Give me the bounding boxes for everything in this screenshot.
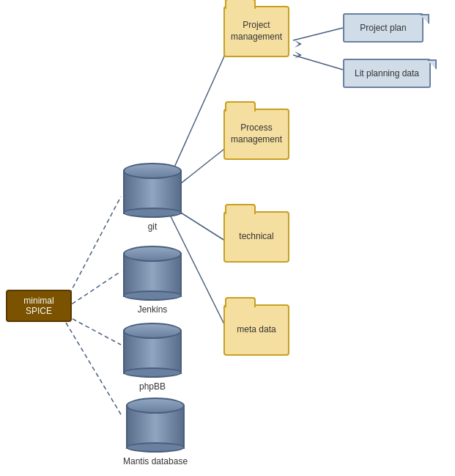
- svg-marker-15: [295, 51, 302, 59]
- meta-data-folder: meta data: [223, 304, 289, 356]
- svg-line-9: [66, 323, 121, 414]
- minimal-spice-box: minimal SPICE: [6, 290, 72, 322]
- minimal-spice-label: minimal SPICE: [13, 296, 64, 316]
- project-management-folder: Project management: [223, 6, 289, 57]
- diagram: Project plan Lit planning data Project m…: [0, 0, 455, 476]
- mantis-label: Mantis database: [123, 456, 188, 468]
- svg-line-5: [293, 55, 343, 70]
- jenkins-cylinder: Jenkins: [123, 246, 182, 316]
- phpbb-cylinder: phpBB: [123, 323, 182, 393]
- svg-line-6: [66, 197, 121, 301]
- process-management-label: Process management: [229, 122, 284, 145]
- process-management-folder: Process management: [223, 109, 289, 160]
- git-cylinder: git: [123, 163, 182, 233]
- svg-line-8: [66, 315, 121, 345]
- project-plan-label: Project plan: [360, 23, 406, 33]
- lit-planning-label: Lit planning data: [355, 68, 419, 78]
- phpbb-label: phpBB: [139, 381, 166, 393]
- technical-label: technical: [239, 231, 273, 243]
- svg-line-4: [293, 28, 343, 40]
- mantis-cylinder: Mantis database: [123, 398, 188, 468]
- project-plan-box: Project plan: [343, 13, 423, 43]
- git-label: git: [148, 221, 158, 233]
- jenkins-label: Jenkins: [138, 304, 168, 316]
- svg-line-7: [66, 271, 121, 308]
- lit-planning-box: Lit planning data: [343, 59, 431, 88]
- svg-marker-14: [295, 40, 302, 48]
- meta-data-label: meta data: [237, 324, 275, 336]
- project-management-label: Project management: [229, 20, 284, 43]
- technical-folder: technical: [223, 211, 289, 263]
